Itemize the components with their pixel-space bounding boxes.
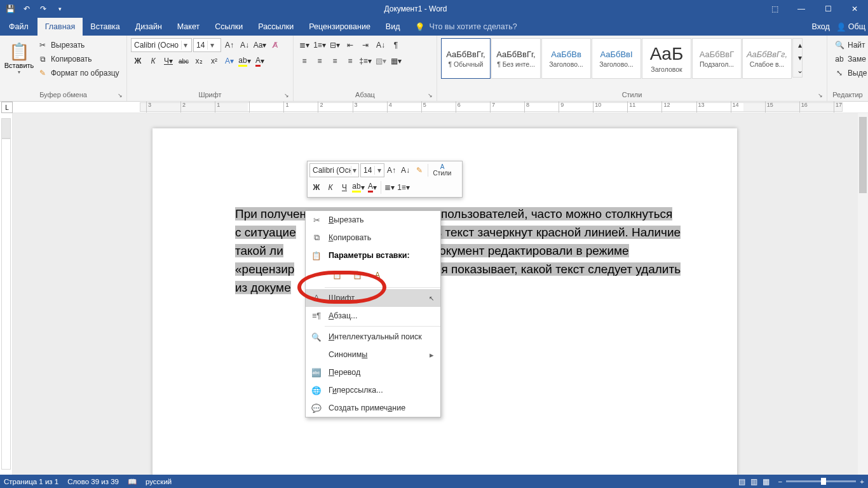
tab-layout[interactable]: Макет [170,18,207,36]
vertical-ruler[interactable] [0,113,13,475]
font-name-combo[interactable]: Calibri (Осно▾ [131,38,192,52]
line-spacing-icon[interactable]: ‡≡▾ [358,54,372,68]
file-tab[interactable]: Файл [0,18,37,36]
mini-styles-icon[interactable]: AСтили [430,163,455,177]
style-subtitle[interactable]: АаБбВвГПодзагол... [692,38,742,79]
horizontal-ruler[interactable]: 3211234567891011121314151617 [13,102,868,113]
mini-underline-button[interactable]: Ч [337,180,351,194]
mini-numbering-icon[interactable]: 1≡▾ [397,180,410,194]
mini-bullets-icon[interactable]: ≣▾ [383,180,397,194]
paste-keep-formatting-icon[interactable]: 📋 [329,267,345,283]
mini-grow-font-icon[interactable]: A↑ [384,163,398,177]
multilevel-list-icon[interactable]: ⊟▾ [328,38,342,52]
ctx-font[interactable]: AШрифт...↖ [306,289,440,307]
style-title[interactable]: АaБЗаголовок [642,38,691,79]
mini-font-combo[interactable]: Calibri (Осн▾ [309,163,359,177]
align-left-icon[interactable]: ≡ [297,54,311,68]
share-button[interactable]: 👤Общ [836,22,865,32]
tell-me-search[interactable]: 💡 Что вы хотите сделать? [407,18,524,36]
ctx-new-comment[interactable]: 💬Создать примечание [306,399,440,417]
zoom-in-icon[interactable]: + [860,478,864,485]
ctx-hyperlink[interactable]: 🌐Гиперссылка... [306,381,440,399]
tab-references[interactable]: Ссылки [207,18,250,36]
tab-view[interactable]: Вид [378,18,408,36]
tab-review[interactable]: Рецензирование [301,18,378,36]
mini-highlight-icon[interactable]: ab▾ [351,180,365,194]
tab-mailings[interactable]: Рассылки [250,18,301,36]
shrink-font-icon[interactable]: A↓ [238,38,252,52]
zoom-slider[interactable]: − + [778,478,864,485]
vertical-scrollbar[interactable] [858,113,868,475]
grow-font-icon[interactable]: A↑ [222,38,236,52]
ribbon-display-options-icon[interactable]: ⬚ [761,0,788,18]
font-color-icon[interactable]: A▾ [253,54,267,68]
align-right-icon[interactable]: ≡ [328,54,342,68]
view-web-icon[interactable]: ▦ [763,477,770,486]
mini-format-painter-icon[interactable]: ✎ [412,163,426,177]
paste-button[interactable]: 📋 Вставить ▾ [4,38,34,79]
paste-text-only-icon[interactable]: A [369,267,386,283]
ctx-translate[interactable]: 🔤Перевод [306,363,440,381]
styles-dialog-launcher-icon[interactable]: ↘ [818,92,823,98]
ctx-smart-lookup[interactable]: 🔍Интеллектуальный поиск [306,328,440,346]
decrease-indent-icon[interactable]: ⇤ [343,38,357,52]
subscript-button[interactable]: x₂ [192,54,206,68]
format-painter-button[interactable]: ✎Формат по образцу [34,66,123,80]
clipboard-dialog-launcher-icon[interactable]: ↘ [118,92,123,98]
tab-design[interactable]: Дизайн [128,18,170,36]
tab-home[interactable]: Главная [37,18,83,36]
style-normal[interactable]: АаБбВвГг,¶ Обычный [441,38,491,79]
status-words[interactable]: Слово 39 из 39 [67,478,119,485]
mini-italic-button[interactable]: К [323,180,337,194]
signin-link[interactable]: Вход [812,22,830,31]
style-heading2[interactable]: АаБбВвIЗаголово... [592,38,641,79]
status-page[interactable]: Страница 1 из 1 [4,478,58,485]
superscript-button[interactable]: x² [207,54,221,68]
style-heading1[interactable]: АаБбВвЗаголово... [541,38,591,79]
styles-scroll-down-icon[interactable]: ▾ [793,51,807,64]
font-size-combo[interactable]: 14▾ [193,38,221,52]
maximize-icon[interactable]: ☐ [815,0,841,18]
scroll-thumb[interactable] [859,117,867,193]
underline-button[interactable]: Ч▾ [161,54,175,68]
status-language[interactable]: русский [146,478,172,485]
zoom-out-icon[interactable]: − [778,478,783,485]
increase-indent-icon[interactable]: ⇥ [358,38,372,52]
show-marks-icon[interactable]: ¶ [389,38,403,52]
paste-merge-formatting-icon[interactable]: 📋 [349,267,365,283]
mini-font-color-icon[interactable]: A▾ [365,180,379,194]
redo-icon[interactable]: ↷ [36,1,51,17]
tab-insert[interactable]: Вставка [83,18,127,36]
minimize-icon[interactable]: — [788,0,815,18]
styles-scroll-up-icon[interactable]: ▴ [793,39,807,51]
style-subtle-emphasis[interactable]: АаБбВвГг,Слабое в... [742,38,792,79]
view-print-icon[interactable]: ▥ [750,477,757,486]
qat-customize-icon[interactable]: ▾ [52,1,67,17]
mini-shrink-font-icon[interactable]: A↓ [398,163,412,177]
style-no-spacing[interactable]: АаБбВвГг,¶ Без инте... [491,38,541,79]
ctx-cut[interactable]: ✂Вырезать [306,211,440,229]
numbering-icon[interactable]: 1≡▾ [313,38,327,52]
clear-formatting-icon[interactable]: A̸ [268,38,282,52]
save-icon[interactable]: 💾 [3,1,18,17]
tab-selector[interactable]: L [1,102,13,113]
view-read-icon[interactable]: ▤ [738,477,745,486]
align-center-icon[interactable]: ≡ [313,54,327,68]
select-button[interactable]: ⤡Выде [831,66,868,80]
find-button[interactable]: 🔍Найт [831,38,868,52]
ctx-synonyms[interactable]: Синонимы▸ [306,346,440,363]
strikethrough-button[interactable]: abc [177,54,191,68]
text-effects-icon[interactable]: A▾ [222,54,236,68]
bullets-icon[interactable]: ≣▾ [297,38,311,52]
styles-gallery[interactable]: АаБбВвГг,¶ Обычный АаБбВвГг,¶ Без инте..… [441,38,792,79]
ctx-copy[interactable]: ⧉Копировать [306,229,440,247]
sort-icon[interactable]: A↓ [374,38,388,52]
highlight-color-icon[interactable]: ab▾ [238,54,252,68]
shading-icon[interactable]: ▧▾ [374,54,388,68]
borders-icon[interactable]: ▦▾ [389,54,403,68]
paragraph-dialog-launcher-icon[interactable]: ↘ [428,92,433,98]
cut-button[interactable]: ✂Вырезать [34,38,123,52]
ctx-paragraph[interactable]: ≡¶Абзац... [306,307,440,325]
change-case-icon[interactable]: Aa▾ [253,38,267,52]
replace-button[interactable]: abЗаме [831,52,868,66]
